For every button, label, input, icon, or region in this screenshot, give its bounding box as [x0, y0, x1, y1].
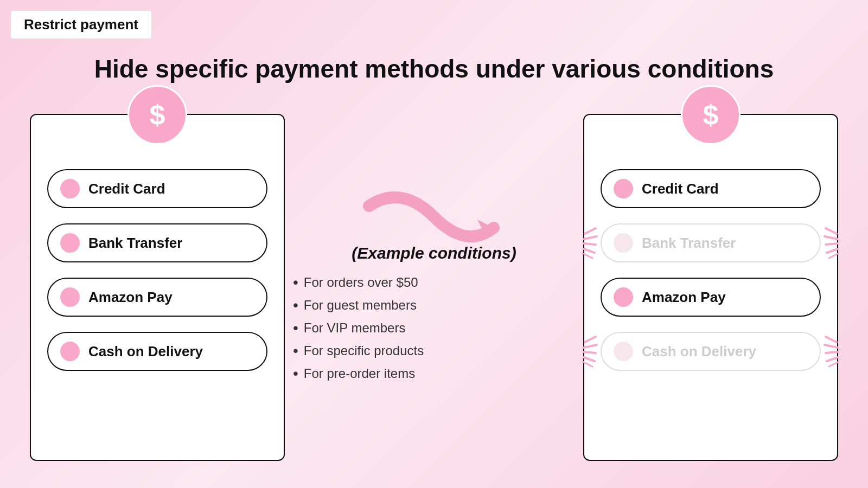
left-bank-transfer-item[interactable]: Bank Transfer [47, 223, 267, 262]
right-dollar-circle: $ [681, 85, 741, 145]
left-payment-methods: Credit Card Bank Transfer Amazon Pay Cas… [47, 169, 267, 371]
svg-line-16 [826, 337, 837, 342]
left-payment-card: $ Credit Card Bank Transfer Amazon Pay C… [30, 114, 285, 461]
svg-line-2 [584, 236, 597, 239]
svg-line-4 [584, 249, 595, 253]
right-cash-dot [614, 342, 633, 361]
conditions-box: (Example conditions) For orders over $50… [293, 244, 575, 385]
condition-item-3: For VIP members [293, 317, 575, 339]
svg-line-19 [827, 357, 838, 361]
right-amazon-pay-dot [614, 287, 633, 307]
svg-line-7 [825, 236, 838, 239]
svg-line-18 [826, 352, 838, 353]
svg-line-14 [584, 357, 595, 361]
svg-line-8 [826, 243, 838, 245]
right-bank-transfer-label: Bank Transfer [642, 235, 736, 252]
right-credit-card-item[interactable]: Credit Card [601, 169, 821, 208]
svg-line-10 [829, 253, 839, 258]
right-payment-card: $ Credit Card Bank Transfer [583, 114, 838, 461]
main-title: Hide specific payment methods under vari… [0, 43, 868, 94]
svg-line-13 [584, 352, 596, 353]
svg-line-11 [585, 337, 596, 342]
cash-rays-right [823, 331, 853, 371]
condition-item-4: For specific products [293, 339, 575, 362]
condition-item-5: For pre-order items [293, 362, 575, 385]
right-bank-transfer-wrapper: Bank Transfer [601, 223, 821, 262]
right-bank-transfer-dot [614, 233, 633, 253]
svg-line-17 [825, 345, 838, 348]
svg-line-15 [583, 362, 592, 367]
right-cash-label: Cash on Delivery [642, 343, 756, 360]
svg-line-1 [585, 228, 596, 234]
right-cash-wrapper: Cash on Delivery [601, 332, 821, 371]
svg-line-20 [829, 362, 839, 367]
left-bank-transfer-label: Bank Transfer [88, 235, 182, 252]
conditions-title: (Example conditions) [293, 244, 575, 262]
left-amazon-pay-label: Amazon Pay [88, 289, 173, 306]
right-dollar-icon: $ [703, 99, 719, 131]
right-credit-card-label: Credit Card [642, 181, 719, 197]
svg-line-5 [583, 253, 592, 258]
svg-line-3 [584, 243, 596, 245]
left-bank-transfer-dot [60, 233, 80, 253]
right-cash-item: Cash on Delivery [601, 332, 821, 371]
right-bank-transfer-item: Bank Transfer [601, 223, 821, 262]
left-dollar-circle: $ [127, 85, 187, 145]
left-cash-dot [60, 342, 80, 361]
left-credit-card-dot [60, 179, 80, 198]
condition-item-2: For guest members [293, 294, 575, 317]
left-cash-label: Cash on Delivery [88, 343, 203, 360]
left-amazon-pay-item[interactable]: Amazon Pay [47, 278, 267, 317]
conditions-list: For orders over $50 For guest members Fo… [293, 271, 575, 385]
right-credit-card-dot [614, 179, 633, 198]
left-credit-card-item[interactable]: Credit Card [47, 169, 267, 208]
left-credit-card-label: Credit Card [88, 181, 165, 197]
right-amazon-pay-item[interactable]: Amazon Pay [601, 278, 821, 317]
header-label: Restrict payment [11, 11, 151, 38]
left-dollar-icon: $ [150, 99, 165, 131]
svg-line-12 [584, 345, 597, 348]
condition-item-1: For orders over $50 [293, 271, 575, 294]
svg-line-9 [827, 249, 838, 253]
bank-transfer-rays-right [823, 223, 853, 263]
right-payment-methods: Credit Card Bank Transfer [601, 169, 821, 371]
left-amazon-pay-dot [60, 287, 80, 307]
left-cash-on-delivery-item[interactable]: Cash on Delivery [47, 332, 267, 371]
svg-line-6 [826, 228, 837, 234]
right-amazon-pay-label: Amazon Pay [642, 289, 726, 306]
